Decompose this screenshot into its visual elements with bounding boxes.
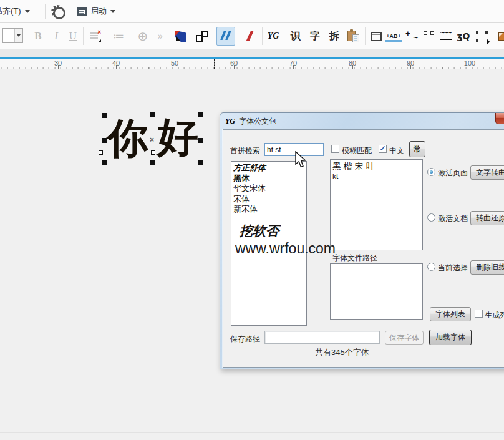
font-file-path-label: 字体文件路径 xyxy=(332,253,377,263)
load-font-button[interactable]: 加载字体 xyxy=(429,330,472,345)
chevron-down-icon xyxy=(25,10,30,13)
menu-separator xyxy=(45,4,46,19)
activate-document-radio[interactable] xyxy=(427,213,435,222)
bullet-list-button[interactable]: ≔ xyxy=(110,27,127,46)
generate-list-label: 生成列 xyxy=(485,310,504,321)
chevron-double-icon: » xyxy=(158,31,163,42)
font-list-item[interactable]: 新宋体 xyxy=(231,204,306,215)
color-swatch-button[interactable] xyxy=(496,27,504,46)
current-selection-label: 当前选择 xyxy=(438,263,468,273)
remove-alignment-button[interactable]: × xyxy=(86,27,105,46)
fuzzy-match-label: 模糊匹配 xyxy=(342,145,372,156)
orange-swatch-icon xyxy=(498,32,504,41)
node-marker[interactable] xyxy=(99,150,103,155)
bold-button[interactable]: B xyxy=(30,27,46,46)
delete-old-lines-button[interactable]: 删除旧线 xyxy=(470,260,504,275)
yg-logo-icon: YG xyxy=(268,31,279,41)
save-font-button[interactable]: 保存字体 xyxy=(385,331,424,345)
launch-label: 启动 xyxy=(90,6,107,17)
save-path-input[interactable] xyxy=(264,331,380,344)
selection-center-mark[interactable]: × xyxy=(150,135,154,144)
plus-wave-icon: +~ xyxy=(405,31,417,42)
add-curve-button[interactable]: +~ xyxy=(402,27,420,46)
activate-document-label: 激活文档 xyxy=(438,213,468,224)
activate-page-radio[interactable] xyxy=(427,168,435,176)
selection-handle-bottom-left[interactable] xyxy=(102,160,107,165)
match-listbox[interactable]: 黑 楷 宋 叶 kt xyxy=(330,159,423,250)
add-node-button[interactable]: ⊕ xyxy=(133,27,152,46)
yg-tool-button[interactable]: YG xyxy=(264,27,282,46)
chevron-down-icon xyxy=(17,34,21,37)
toolbar-separator xyxy=(365,27,366,45)
slash-icon xyxy=(246,31,253,41)
toolbar-separator xyxy=(83,27,84,45)
circle-plus-icon: ⊕ xyxy=(138,29,148,44)
font-list-item[interactable]: 华文宋体 xyxy=(231,183,306,194)
selection-handle-middle-left[interactable] xyxy=(102,138,107,143)
selection-handle-top-left[interactable] xyxy=(102,113,107,118)
selected-text-char1[interactable]: 你 xyxy=(107,117,148,159)
frequent-button[interactable]: 常 xyxy=(409,141,425,157)
toolbar-separator xyxy=(107,27,107,45)
selection-handle-middle-right[interactable] xyxy=(198,138,203,143)
red-slash-tool[interactable] xyxy=(240,27,259,46)
generate-list-checkbox[interactable] xyxy=(475,310,483,318)
nodes-distribute-icon xyxy=(424,31,434,42)
distribute-button[interactable] xyxy=(420,27,437,46)
node-marker[interactable] xyxy=(151,150,155,155)
table-button[interactable] xyxy=(367,27,385,46)
horizontal-ruler[interactable]: 30 40 50 60 70 80 90 100 xyxy=(0,59,504,69)
mouse-cursor xyxy=(294,151,306,169)
text-to-curve-button[interactable]: 文字转曲 xyxy=(470,165,504,180)
font-briefcase-button[interactable] xyxy=(344,27,362,46)
match-line[interactable]: kt xyxy=(332,172,420,182)
ruler-guideline-marker[interactable] xyxy=(214,59,215,69)
rename-button[interactable]: +AB+ xyxy=(385,27,402,46)
launch-menu[interactable]: 启动 xyxy=(77,0,115,22)
combo-arrow-button[interactable] xyxy=(14,29,22,42)
font-path-listbox[interactable] xyxy=(330,263,423,320)
overflow-button[interactable]: » xyxy=(154,27,167,46)
menu-snap-label: 贴齐(T) xyxy=(0,6,21,17)
recognize-button[interactable]: 识 xyxy=(287,27,304,46)
marquee-icon xyxy=(477,32,487,41)
curve-restore-button[interactable]: 转曲还原 xyxy=(470,211,504,225)
font-list-button[interactable]: 字体列表 xyxy=(430,307,471,321)
clipboard-icon xyxy=(347,31,359,42)
selected-text-char2[interactable]: 好 xyxy=(157,116,198,157)
plugin-logo-button[interactable] xyxy=(171,27,190,46)
rename-icon: +AB+ xyxy=(386,33,401,39)
match-line[interactable]: 黑 楷 宋 叶 xyxy=(332,161,420,172)
dialog-title-bar[interactable]: YG 字体公文包 xyxy=(225,115,276,127)
toolbar-lower-strip xyxy=(0,49,504,57)
chinese-label: 中文 xyxy=(389,145,404,156)
fuzzy-match-checkbox[interactable] xyxy=(331,145,339,153)
align-remove-icon: × xyxy=(90,31,101,41)
toolbar-separator xyxy=(493,27,493,45)
menu-snap[interactable]: 贴齐(T) xyxy=(0,0,30,22)
find-button[interactable]: ʒQ xyxy=(455,27,472,46)
marquee-select-button[interactable] xyxy=(472,27,491,46)
chinese-checkbox[interactable]: ✓ xyxy=(379,145,387,153)
gear-icon xyxy=(51,5,64,17)
font-count-status: 共有345个字体 xyxy=(315,347,369,358)
selection-handle-bottom-middle[interactable] xyxy=(150,160,155,165)
font-list-item[interactable]: 黑体 xyxy=(231,174,306,184)
font-list-item[interactable]: 宋体 xyxy=(231,194,306,205)
selection-handle-top-right[interactable] xyxy=(198,112,203,117)
selection-handle-bottom-right[interactable] xyxy=(198,160,203,165)
options-button[interactable] xyxy=(51,0,64,22)
italic-button[interactable]: I xyxy=(48,27,64,46)
selection-handle-top-middle[interactable] xyxy=(150,112,155,117)
split-button[interactable]: 拆 xyxy=(326,27,343,46)
menu-separator xyxy=(70,4,70,19)
current-selection-radio[interactable] xyxy=(427,263,435,271)
underline-button[interactable]: U xyxy=(65,27,81,46)
window-icon xyxy=(77,7,87,16)
blue-slashes-tool[interactable] xyxy=(216,27,235,46)
char-button[interactable]: 字 xyxy=(306,27,324,46)
close-button[interactable] xyxy=(495,113,504,124)
fit-curve-button[interactable]: ~~~ xyxy=(437,27,455,46)
style-combobox[interactable] xyxy=(2,28,23,43)
duplicate-button[interactable] xyxy=(192,27,212,46)
